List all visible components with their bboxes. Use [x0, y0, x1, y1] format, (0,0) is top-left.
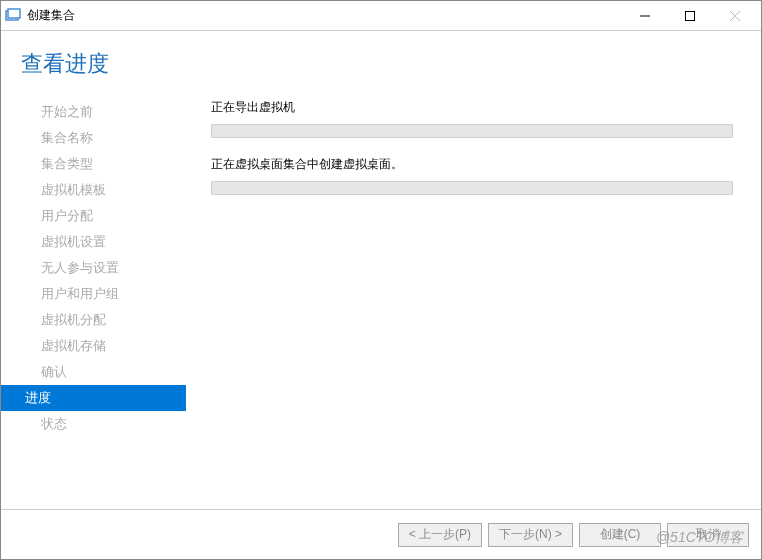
- sidebar-item-status: 状态: [1, 411, 186, 437]
- sidebar-item-vm-allocation: 虚拟机分配: [1, 307, 186, 333]
- sidebar-item-unattended: 无人参与设置: [1, 255, 186, 281]
- window-controls: [622, 2, 757, 30]
- sidebar-item-user-assignment: 用户分配: [1, 203, 186, 229]
- svg-rect-3: [685, 11, 694, 20]
- wizard-footer: < 上一步(P) 下一步(N) > 创建(C) 取消: [1, 509, 761, 559]
- sidebar-item-collection-name: 集合名称: [1, 125, 186, 151]
- svg-rect-1: [8, 9, 20, 18]
- cancel-button[interactable]: 取消: [667, 523, 749, 547]
- wizard-main: 正在导出虚拟机 正在虚拟桌面集合中创建虚拟桌面。: [186, 91, 761, 509]
- sidebar-item-vm-template: 虚拟机模板: [1, 177, 186, 203]
- window-title: 创建集合: [27, 7, 622, 24]
- progress-export-bar: [211, 124, 733, 138]
- wizard-header: 查看进度: [1, 31, 761, 91]
- sidebar-item-collection-type: 集合类型: [1, 151, 186, 177]
- progress-export-label: 正在导出虚拟机: [211, 99, 733, 116]
- progress-create-desktop: 正在虚拟桌面集合中创建虚拟桌面。: [211, 156, 733, 195]
- page-title: 查看进度: [21, 49, 741, 79]
- titlebar: 创建集合: [1, 1, 761, 31]
- minimize-button[interactable]: [622, 2, 667, 30]
- sidebar-item-users-groups: 用户和用户组: [1, 281, 186, 307]
- close-button[interactable]: [712, 2, 757, 30]
- sidebar-item-vm-storage: 虚拟机存储: [1, 333, 186, 359]
- previous-button[interactable]: < 上一步(P): [398, 523, 482, 547]
- app-icon: [5, 8, 21, 24]
- wizard-steps-sidebar: 开始之前 集合名称 集合类型 虚拟机模板 用户分配 虚拟机设置 无人参与设置 用…: [1, 91, 186, 509]
- create-button[interactable]: 创建(C): [579, 523, 661, 547]
- maximize-button[interactable]: [667, 2, 712, 30]
- wizard-content: 开始之前 集合名称 集合类型 虚拟机模板 用户分配 虚拟机设置 无人参与设置 用…: [1, 91, 761, 509]
- sidebar-item-vm-settings: 虚拟机设置: [1, 229, 186, 255]
- next-button[interactable]: 下一步(N) >: [488, 523, 573, 547]
- progress-export-vm: 正在导出虚拟机: [211, 99, 733, 138]
- sidebar-item-before-start: 开始之前: [1, 99, 186, 125]
- sidebar-item-progress: 进度: [1, 385, 186, 411]
- sidebar-item-confirm: 确认: [1, 359, 186, 385]
- progress-create-bar: [211, 181, 733, 195]
- progress-create-label: 正在虚拟桌面集合中创建虚拟桌面。: [211, 156, 733, 173]
